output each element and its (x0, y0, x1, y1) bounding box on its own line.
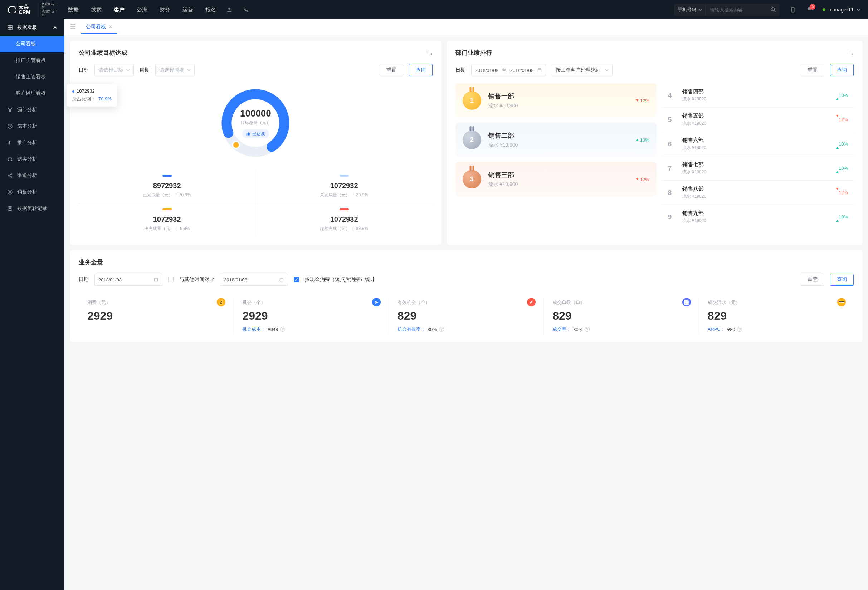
search-button[interactable] (767, 4, 779, 16)
panel-title: 业务全景 (79, 258, 103, 266)
nav-item[interactable]: 运营 (183, 5, 193, 15)
rank-card-1: 1 销售一部流水 ¥10,900 12% (455, 83, 657, 118)
notifications[interactable]: 5 (806, 6, 813, 13)
trend: 12% (836, 190, 848, 195)
kpi-card: 📄 成交单数（单） 829 成交率：80%? (544, 298, 699, 334)
help-icon[interactable]: ? (439, 327, 444, 332)
nav-item[interactable]: 财务 (159, 5, 170, 15)
sidebar-item[interactable]: 客户经理看板 (0, 85, 64, 102)
close-icon[interactable]: ✕ (109, 24, 112, 29)
rank-number: 5 (668, 116, 676, 124)
user-menu[interactable]: manager11 (822, 7, 860, 13)
sidebar-item[interactable]: 推广主管看板 (0, 52, 64, 69)
date-picker[interactable]: 2018/01/08 (94, 274, 162, 286)
arrow-up-icon (636, 139, 639, 141)
help-icon[interactable]: ? (585, 327, 590, 332)
svg-point-8 (8, 175, 9, 176)
expand-icon[interactable] (848, 50, 854, 56)
kpi-icon: 💳 (837, 298, 846, 306)
svg-point-9 (11, 174, 12, 175)
query-button[interactable]: 查询 (409, 64, 433, 76)
phone-icon[interactable] (242, 6, 249, 13)
expand-icon[interactable] (427, 50, 433, 56)
bar-icon (340, 175, 349, 177)
kpi-icon: 📄 (682, 298, 691, 306)
calendar-icon (279, 277, 284, 282)
user-icon[interactable] (226, 6, 233, 13)
rank-flow: 流水 ¥19020 (682, 121, 706, 127)
dot-icon (72, 90, 74, 93)
achieved-badge: 已达成 (242, 129, 269, 138)
sidebar-item-cost[interactable]: 成本分析 (0, 118, 64, 134)
cash-checkbox[interactable]: ✓ (294, 277, 299, 282)
search-type-select[interactable]: 手机号码 (674, 4, 706, 16)
query-button[interactable]: 查询 (830, 64, 854, 76)
sidebar-item-visitor[interactable]: 访客分析 (0, 151, 64, 167)
svg-rect-18 (154, 278, 158, 281)
logo: 云朵CRM 教育机构一站 式服务云平台 (8, 3, 58, 17)
kpi-icon: ➤ (372, 298, 381, 306)
tab-company-board[interactable]: 公司看板 ✕ (81, 21, 117, 34)
kpi-sub: 机会成本：¥948? (242, 326, 379, 333)
rank-card-2: 2 销售二部流水 ¥10,900 10% (455, 123, 657, 157)
nav-item[interactable]: 公海 (137, 5, 148, 15)
cloud-icon (8, 6, 16, 13)
status-dot-icon (822, 8, 825, 11)
kpi-row: 💰 消费（元） 2929 ➤ 机会（个） 2929 机会成本：¥948? ✔ 有… (79, 298, 854, 334)
svg-rect-17 (538, 69, 541, 72)
device-icon[interactable] (790, 6, 796, 13)
grouping-select[interactable]: 按工单客户经理统计 (552, 64, 613, 76)
sidebar-item-funnel[interactable]: 漏斗分析 (0, 102, 64, 118)
nav-item-active[interactable]: 客户 (114, 5, 124, 15)
sidebar-item-promo[interactable]: 推广分析 (0, 134, 64, 151)
help-icon[interactable]: ? (737, 327, 742, 332)
compare-date-picker[interactable]: 2018/01/08 (220, 274, 288, 286)
rank-name: 销售六部 (682, 137, 706, 144)
search-type-label: 手机号码 (678, 6, 696, 13)
period-label: 周期 (140, 67, 149, 73)
chevron-down-icon (187, 68, 191, 72)
sidebar-item[interactable]: 销售主管看板 (0, 69, 64, 85)
calendar-icon (154, 277, 158, 282)
collapse-button[interactable] (68, 22, 78, 32)
svg-point-1 (771, 7, 774, 11)
panel-rank: 部门业绩排行 日期 2018/01/08 至 2018/01/08 按工单客户经… (447, 41, 862, 244)
nav-item[interactable]: 报名 (205, 5, 216, 15)
rank-flow: 流水 ¥19020 (682, 218, 706, 224)
rank-row: 4 销售四部流水 ¥19020 10% (662, 83, 854, 107)
chevron-down-icon (698, 8, 702, 12)
nav-item[interactable]: 数据 (68, 5, 79, 15)
rank-name: 销售八部 (682, 185, 706, 193)
nav-item[interactable]: 线索 (91, 5, 102, 15)
search-input[interactable] (706, 4, 767, 16)
sidebar-item-company[interactable]: 公司看板 (0, 36, 64, 52)
svg-point-16 (233, 141, 240, 149)
chevron-down-icon (605, 68, 608, 72)
rank-flow: 流水 ¥19020 (682, 169, 706, 175)
query-button[interactable]: 查询 (830, 274, 854, 286)
chevron-down-icon (126, 68, 130, 72)
compare-checkbox[interactable] (168, 277, 174, 282)
chart-tooltip: 1072932 所占比例：70.9% (66, 84, 117, 107)
reset-button[interactable]: 重置 (801, 64, 824, 76)
period-select[interactable]: 请选择周期 (155, 64, 195, 76)
panel-target: 公司业绩目标达成 目标 请选择目标 周期 请选择周期 重置 查询 (70, 41, 441, 244)
date-range-picker[interactable]: 2018/01/08 至 2018/01/08 (471, 64, 546, 76)
sidebar-item-log[interactable]: 数据流转记录 (0, 200, 64, 217)
reset-button[interactable]: 重置 (379, 64, 403, 76)
cash-label: 按现金消费（返点后消费）统计 (305, 277, 375, 283)
sidebar-item-channel[interactable]: 渠道分析 (0, 167, 64, 184)
bar-icon (340, 209, 349, 210)
reset-button[interactable]: 重置 (801, 274, 824, 286)
svg-rect-4 (10, 25, 12, 27)
target-select[interactable]: 请选择目标 (94, 64, 134, 76)
sidebar-item-sales[interactable]: 销售分析 (0, 184, 64, 200)
bar-icon (162, 175, 172, 177)
menu-icon (70, 24, 76, 29)
trend: 10% (636, 137, 650, 143)
help-icon[interactable]: ? (280, 327, 285, 332)
arrow-up-icon (836, 166, 838, 173)
kpi-value: 829 (708, 309, 845, 322)
svg-point-12 (9, 191, 11, 193)
sidebar-group-header[interactable]: 数据看板 (0, 19, 64, 36)
